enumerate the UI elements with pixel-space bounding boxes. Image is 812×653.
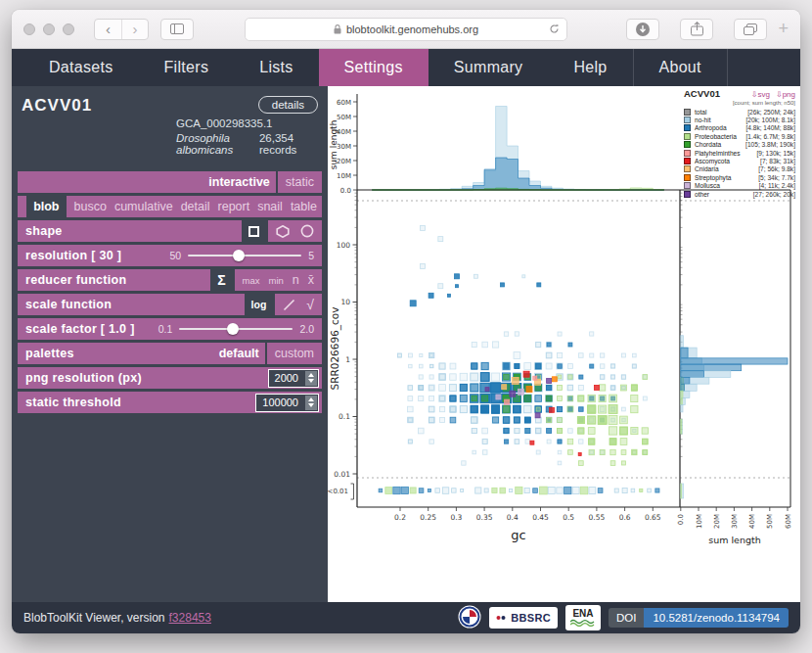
mode-interactive-option[interactable]: interactive (208, 175, 270, 189)
legend-taxon-stats: [27; 260k; 20k] (753, 191, 795, 198)
download-icon (635, 22, 651, 37)
view-tab-cumulative[interactable]: cumulative (114, 200, 173, 213)
ena-logo[interactable]: ENA (565, 605, 601, 630)
sidebar-icon (170, 23, 184, 34)
legend-row-Arthropoda[interactable]: Arthropoda[4.8k; 140M; 88k] (684, 124, 795, 132)
svg-text:0.35: 0.35 (476, 513, 493, 522)
legend-row-other[interactable]: other[27; 260k; 20k] (684, 190, 795, 198)
static-threshold-input[interactable]: 100000 (255, 394, 319, 412)
resolution-slider[interactable] (188, 255, 301, 257)
view-tab-detail[interactable]: detail (181, 200, 210, 213)
palette-default-option[interactable]: default (219, 347, 259, 360)
reload-button[interactable] (549, 23, 560, 36)
svg-text:0.1: 0.1 (338, 412, 350, 421)
legend-swatch (684, 191, 691, 198)
scale-log-option[interactable]: log (245, 294, 274, 315)
app-content: ACVV01 details GCA_000298335.1 Drosophil… (12, 86, 800, 602)
setting-row-scale-factor: scale factor [ 1.0 ] 0.1 2.0 (18, 318, 322, 340)
scale-factor-slider-thumb[interactable] (227, 323, 239, 335)
url-field[interactable]: blobtoolkit.genomehubs.org (245, 18, 567, 41)
window-minimize-button[interactable] (43, 23, 55, 35)
png-resolution-spinner[interactable] (305, 371, 317, 386)
legend-row-Mollusca[interactable]: Mollusca[4; 11k; 2.4k] (684, 182, 795, 190)
right-histogram: 0.010M20M30M40M50M60Msum length (677, 336, 791, 545)
nav-item-settings[interactable]: Settings (319, 49, 429, 86)
doi-badge[interactable]: DOI 10.5281/zenodo.1134794 (609, 608, 789, 628)
svg-text:60M: 60M (337, 99, 351, 107)
sigma-icon: Σ (217, 272, 225, 288)
sqrt-scale-icon[interactable]: √ (306, 297, 314, 312)
version-link[interactable]: f328453 (169, 611, 211, 625)
view-tab-busco[interactable]: busco (74, 200, 107, 213)
legend-row-Chordata[interactable]: Chordata[105; 3.8M; 190k] (684, 141, 795, 149)
sidebar-toggle-button[interactable] (160, 19, 194, 40)
downloads-button[interactable] (626, 19, 659, 40)
shape-square-option[interactable] (242, 220, 266, 242)
sanger-crest-icon (458, 605, 481, 629)
nav-item-lists[interactable]: Lists (234, 49, 318, 86)
svg-text:10: 10 (340, 298, 350, 306)
view-tab-report[interactable]: report (218, 200, 250, 213)
nav-item-filters[interactable]: Filters (139, 49, 235, 86)
setting-row-reducer: reducer function Σ maxminnx̄ (18, 269, 322, 291)
mode-static-option[interactable]: static (278, 171, 322, 193)
view-tab-table[interactable]: table (291, 200, 317, 213)
nav-item-datasets[interactable]: Datasets (23, 49, 139, 86)
reducer-option-n[interactable]: n (293, 273, 299, 287)
nav-item-about[interactable]: About (633, 49, 728, 86)
view-tab-blob[interactable]: blob (26, 196, 66, 217)
svg-text:20M: 20M (337, 158, 351, 165)
nav-item-help[interactable]: Help (548, 49, 632, 86)
ena-waves-icon (570, 619, 596, 627)
legend-row-total[interactable]: total[26k; 250M; 24k] (684, 108, 795, 116)
dataset-header: ACVV01 details GCA_000298335.1 Drosophil… (12, 86, 328, 162)
reducer-option-min[interactable]: min (268, 275, 283, 286)
legend-row-Ascomycota[interactable]: Ascomycota[7; 83k; 31k] (684, 157, 795, 164)
reducer-option-max[interactable]: max (243, 275, 260, 286)
legend-taxon-stats: [4; 11k; 2.4k] (759, 182, 795, 189)
reducer-option-mean[interactable]: x̄ (308, 273, 314, 287)
back-button[interactable]: ‹ (95, 20, 121, 39)
static-threshold-spinner[interactable] (305, 396, 317, 410)
legend-row-Proteobacteria[interactable]: Proteobacteria[1.4k; 6.7M; 9.8k] (684, 132, 795, 140)
hexagon-shape-icon[interactable] (276, 225, 290, 238)
doi-label: DOI (609, 608, 644, 628)
view-tab-snail[interactable]: snail (257, 200, 283, 213)
legend-row-no-hit[interactable]: no-hit[20k; 100M; 8.1k] (684, 116, 795, 123)
new-tab-plus-icon[interactable]: + (776, 19, 789, 39)
reducer-sum-option[interactable]: Σ (210, 269, 232, 291)
legend-row-Cnidaria[interactable]: Cnidaria[7; 56k; 9.8k] (684, 165, 795, 173)
resolution-slider-thumb[interactable] (233, 250, 245, 261)
tab-overview-button[interactable] (734, 19, 767, 40)
png-resolution-input[interactable]: 2000 (268, 369, 319, 388)
legend-taxon-name: Proteobacteria (695, 133, 737, 140)
legend-swatch (684, 158, 691, 164)
svg-text:gc: gc (511, 528, 525, 542)
dataset-species-row: Drosophila albomicans 26,354 records (22, 132, 320, 156)
linear-scale-icon[interactable] (283, 299, 295, 311)
legend-row-Platyhelminthes[interactable]: Platyhelminthes[9; 130k; 15k] (684, 149, 795, 157)
circle-shape-icon[interactable] (300, 224, 314, 238)
forward-button[interactable]: › (121, 20, 148, 39)
window-close-button[interactable] (23, 23, 35, 35)
legend-taxon-stats: [4.8k; 140M; 88k] (745, 124, 795, 131)
svg-text:sum length: sum length (708, 535, 761, 545)
sanger-logo[interactable] (458, 605, 481, 631)
legend-swatch (684, 124, 691, 131)
legend-download-svg-link[interactable]: ⇩svg (751, 90, 770, 99)
window-zoom-button[interactable] (63, 23, 74, 35)
share-button[interactable] (680, 19, 713, 40)
legend-row-Streptophyta[interactable]: Streptophyta[5; 34k; 7.7k] (684, 173, 795, 181)
scale-factor-slider[interactable] (179, 328, 293, 330)
scale-alt-options: √ (275, 294, 322, 315)
resolution-min-label: 50 (169, 250, 181, 261)
bbsrc-logo[interactable]: BBSRC (489, 607, 558, 629)
nav-item-summary[interactable]: Summary (429, 49, 549, 86)
details-button[interactable]: details (258, 96, 318, 114)
legend-swatch (684, 133, 691, 140)
svg-text:SRR026696_cov: SRR026696_cov (329, 307, 341, 391)
legend-download-png-link[interactable]: ⇩png (776, 90, 795, 99)
titlebar-right-buttons: + (614, 19, 789, 40)
palette-custom-option[interactable]: custom (267, 343, 322, 364)
svg-text:0.65: 0.65 (645, 513, 661, 522)
